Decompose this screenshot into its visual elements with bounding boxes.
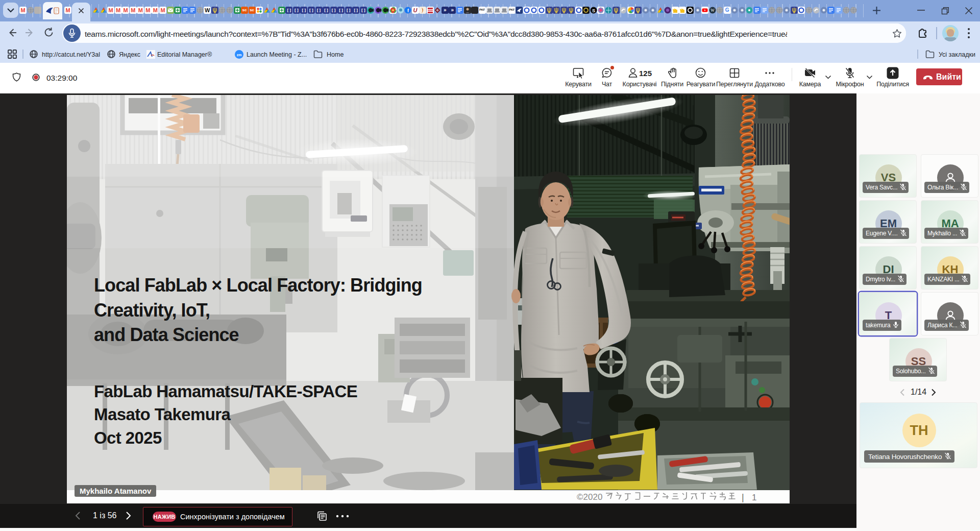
svg-text:1: 1: [752, 493, 756, 502]
svg-text:S: S: [592, 8, 595, 13]
svg-text:©2020: ©2020: [577, 492, 602, 502]
svg-text:zm: zm: [237, 53, 242, 57]
svg-text:W: W: [710, 8, 715, 13]
svg-text:|: |: [742, 492, 744, 502]
